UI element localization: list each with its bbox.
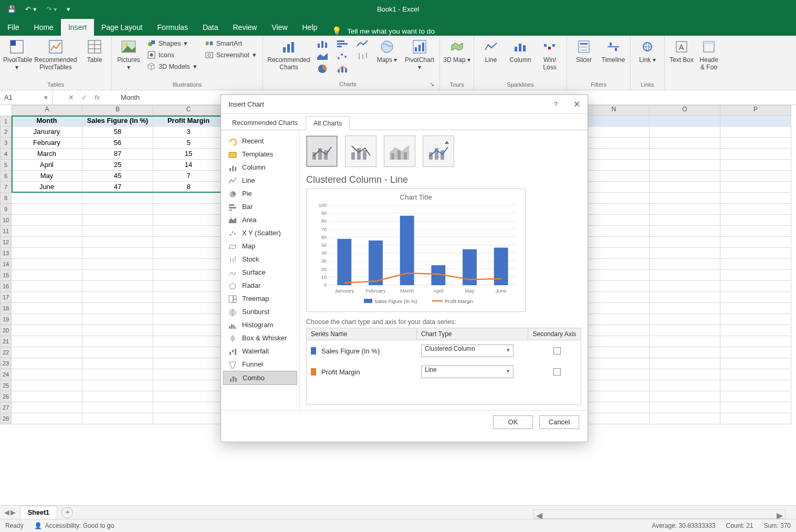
cell[interactable]: 5 xyxy=(153,138,224,149)
cell[interactable] xyxy=(153,259,224,270)
cell[interactable] xyxy=(153,292,224,303)
row-header[interactable]: 10 xyxy=(0,215,12,226)
cell[interactable] xyxy=(153,193,224,204)
cell[interactable] xyxy=(720,413,791,424)
cell[interactable] xyxy=(650,193,720,204)
chart-type-histogram[interactable]: Histogram xyxy=(223,318,297,331)
header-footer-button[interactable]: Heade & Foo xyxy=(697,38,720,71)
chart-type-line[interactable]: Line xyxy=(223,174,297,187)
cell[interactable] xyxy=(650,369,720,380)
row-header[interactable]: 14 xyxy=(0,259,12,270)
cell[interactable] xyxy=(579,127,650,138)
cell[interactable] xyxy=(720,303,791,314)
cell[interactable] xyxy=(579,193,650,204)
cell[interactable] xyxy=(82,314,153,325)
col-header[interactable]: B xyxy=(82,105,153,116)
sheet-tab-1[interactable]: Sheet1 xyxy=(20,506,57,519)
row-header[interactable]: 26 xyxy=(0,391,12,402)
cell[interactable] xyxy=(153,369,224,380)
cell[interactable] xyxy=(12,380,82,391)
tellme-text[interactable]: Tell me what you want to do xyxy=(347,27,435,35)
cell[interactable] xyxy=(650,171,720,182)
cell[interactable]: 14 xyxy=(153,160,224,171)
cell[interactable] xyxy=(153,215,224,226)
cell[interactable] xyxy=(82,226,153,237)
cell[interactable] xyxy=(720,391,791,402)
save-icon[interactable]: 💾 xyxy=(7,5,16,13)
redo-icon[interactable]: ↷ ▾ xyxy=(46,5,58,13)
row-header[interactable]: 19 xyxy=(0,314,12,325)
cell[interactable] xyxy=(720,358,791,369)
cell[interactable] xyxy=(12,281,82,292)
cell[interactable] xyxy=(720,248,791,259)
cell[interactable] xyxy=(579,226,650,237)
cell[interactable] xyxy=(650,259,720,270)
cell[interactable]: 8 xyxy=(153,182,224,193)
cell[interactable]: 58 xyxy=(82,127,153,138)
chart-type-radar[interactable]: Radar xyxy=(223,279,297,292)
combo-subtype-3[interactable] xyxy=(384,135,415,167)
name-box[interactable]: A1▾ xyxy=(0,90,53,105)
cell[interactable] xyxy=(12,325,82,336)
row-header[interactable]: 6 xyxy=(0,171,12,182)
cell[interactable] xyxy=(82,281,153,292)
recommended-pivottables-button[interactable]: Recommended PivotTables xyxy=(33,38,79,71)
cell[interactable] xyxy=(720,325,791,336)
row-header[interactable]: 4 xyxy=(0,149,12,160)
row-header[interactable]: 25 xyxy=(0,380,12,391)
cell[interactable] xyxy=(82,369,153,380)
tab-insert[interactable]: Insert xyxy=(61,19,94,36)
chart-pie-icon[interactable] xyxy=(313,64,331,74)
cell[interactable] xyxy=(720,259,791,270)
cell[interactable] xyxy=(82,347,153,358)
tab-view[interactable]: View xyxy=(264,19,295,36)
cell[interactable] xyxy=(720,149,791,160)
new-sheet-button[interactable]: ＋ xyxy=(61,507,73,518)
row-header[interactable]: 21 xyxy=(0,336,12,347)
chart-type-waterfall[interactable]: Waterfall xyxy=(223,345,297,358)
cell[interactable] xyxy=(12,336,82,347)
link-button[interactable]: Link ▾ xyxy=(634,38,661,64)
charts-launcher-icon[interactable]: ↘ xyxy=(430,81,436,88)
fx-icon[interactable]: fx xyxy=(95,93,100,101)
row-header[interactable]: 24 xyxy=(0,369,12,380)
cell[interactable] xyxy=(650,149,720,160)
cell[interactable] xyxy=(12,391,82,402)
cell[interactable] xyxy=(82,380,153,391)
row-header[interactable]: 17 xyxy=(0,292,12,303)
chart-type-column[interactable]: Column xyxy=(223,161,297,174)
cell[interactable] xyxy=(720,347,791,358)
cell[interactable]: February xyxy=(12,138,82,149)
cell[interactable]: 87 xyxy=(82,149,153,160)
screenshot-button[interactable]: Screenshot ▾ xyxy=(202,50,259,60)
tab-data[interactable]: Data xyxy=(195,19,226,36)
cell[interactable] xyxy=(579,237,650,248)
chart-scatter-icon[interactable] xyxy=(333,51,351,61)
cell[interactable] xyxy=(82,391,153,402)
cell[interactable] xyxy=(153,380,224,391)
chart-type-select[interactable]: Line xyxy=(421,366,514,378)
cell[interactable] xyxy=(153,336,224,347)
chart-type-map[interactable]: Map xyxy=(223,239,297,253)
cell[interactable] xyxy=(650,314,720,325)
cell[interactable] xyxy=(650,325,720,336)
cell[interactable] xyxy=(720,193,791,204)
tab-help[interactable]: Help xyxy=(295,19,325,36)
chart-type-combo[interactable]: Combo xyxy=(223,371,297,385)
combo-subtype-2[interactable] xyxy=(345,135,376,167)
row-header[interactable]: 2 xyxy=(0,127,12,138)
cell[interactable] xyxy=(579,325,650,336)
cell[interactable] xyxy=(720,215,791,226)
pivotchart-button[interactable]: PivotChart ▾ xyxy=(403,38,436,71)
cell[interactable] xyxy=(153,248,224,259)
cell[interactable] xyxy=(720,292,791,303)
icons-button[interactable]: Icons xyxy=(144,50,200,60)
combo-subtype-1[interactable] xyxy=(306,135,338,167)
cell[interactable] xyxy=(650,248,720,259)
cell[interactable] xyxy=(153,204,224,215)
row-header[interactable]: 5 xyxy=(0,160,12,171)
cell[interactable] xyxy=(12,193,82,204)
cell[interactable] xyxy=(153,226,224,237)
chart-type-funnel[interactable]: Funnel xyxy=(223,358,297,371)
cell[interactable] xyxy=(82,303,153,314)
